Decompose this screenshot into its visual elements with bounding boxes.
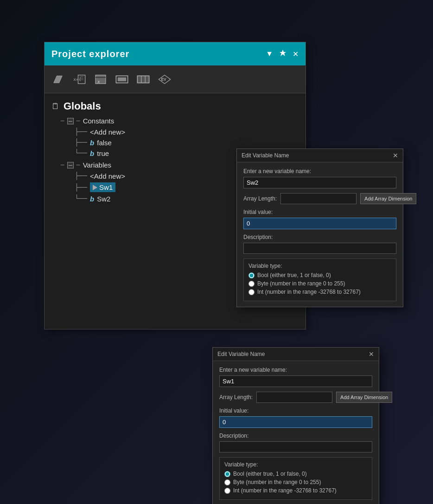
dialog-top: Edit Variable Name ✕ Enter a new variabl… bbox=[236, 149, 403, 307]
dialog-top-vartype-label: Variable type: bbox=[248, 263, 391, 269]
dialog-bottom-var-label: Enter a new variable name: bbox=[219, 367, 372, 373]
constants-collapse-btn[interactable]: ─ bbox=[67, 118, 74, 124]
dialog-top-radio-byte[interactable]: Byte (number in the range 0 to 255) bbox=[248, 280, 391, 287]
constants-false-item[interactable]: ├── b false bbox=[75, 138, 299, 147]
variables-dash: ─ bbox=[76, 162, 80, 168]
dialog-top-title: Edit Variable Name bbox=[242, 152, 289, 159]
dialog-bottom-close[interactable]: ✕ bbox=[369, 350, 374, 358]
dialog-bottom-initial-input[interactable] bbox=[219, 416, 372, 428]
dialog-bottom-array-row: Array Length: Add Array Dimension bbox=[219, 392, 372, 403]
svg-marker-0 bbox=[54, 76, 63, 83]
dialog-bottom: Edit Variable Name ✕ Enter a new variabl… bbox=[212, 347, 379, 504]
dialog-top-body: Enter a new variable name: Array Length:… bbox=[237, 162, 403, 307]
dialog-bottom-radio-byte-input[interactable] bbox=[224, 479, 230, 485]
project-explorer-title: Project explorer bbox=[51, 49, 129, 59]
dialog-top-radio-int-input[interactable] bbox=[248, 289, 255, 295]
constants-item[interactable]: ─ ─ ─ Constants bbox=[61, 117, 299, 125]
dialog-bottom-var-input[interactable] bbox=[219, 375, 372, 387]
svg-text:x: x bbox=[97, 78, 100, 84]
false-label: false bbox=[97, 139, 112, 147]
dialog-bottom-titlebar: Edit Variable Name ✕ bbox=[213, 348, 379, 361]
sw1-label: Sw1 bbox=[99, 183, 113, 191]
dialog-top-radio-int-label: Int (number in the range -32768 to 32767… bbox=[257, 289, 361, 295]
constants-minus: ─ bbox=[61, 117, 64, 124]
dialog-bottom-body: Enter a new variable name: Array Length:… bbox=[213, 361, 379, 504]
toolbar-icon-rect1[interactable] bbox=[113, 71, 131, 88]
toolbar-icon-parallelogram[interactable] bbox=[49, 71, 67, 88]
dialog-top-radio-byte-input[interactable] bbox=[248, 281, 255, 287]
titlebar-icons: ▼ ✕ bbox=[266, 49, 299, 59]
dialog-bottom-radio-byte-label: Byte (number in the range 0 to 255) bbox=[233, 479, 321, 485]
dialog-bottom-array-input[interactable] bbox=[256, 392, 332, 403]
constants-add-new[interactable]: ├── <Add new> bbox=[75, 128, 299, 136]
sw1-arrow bbox=[93, 185, 97, 190]
dialog-top-array-input[interactable] bbox=[280, 193, 357, 204]
dialog-bottom-radio-bool-label: Bool (either true, 1 or false, 0) bbox=[233, 471, 307, 477]
dialog-top-radio-byte-label: Byte (number in the range 0 to 255) bbox=[257, 280, 345, 287]
dialog-top-radio-bool-input[interactable] bbox=[248, 272, 255, 278]
dialog-top-array-row: Array Length: Add Array Dimension bbox=[243, 193, 396, 204]
globals-label: Globals bbox=[64, 100, 101, 112]
dialog-bottom-radio-bool[interactable]: Bool (either true, 1 or false, 0) bbox=[224, 471, 367, 477]
svg-rect-6 bbox=[96, 75, 106, 84]
dialog-top-radio-int[interactable]: Int (number in the range -32768 to 32767… bbox=[248, 289, 391, 295]
var-add-new-connector: ├── bbox=[75, 172, 87, 180]
sw2-label: Sw2 bbox=[97, 195, 110, 203]
dialog-top-add-array-btn[interactable]: Add Array Dimension bbox=[360, 193, 416, 204]
dialog-bottom-desc-label: Description: bbox=[219, 433, 372, 439]
dialog-top-initial-label: Initial value: bbox=[243, 209, 396, 215]
svg-text:x={: x={ bbox=[73, 76, 81, 81]
dialog-bottom-title: Edit Variable Name bbox=[217, 351, 265, 357]
variables-minus-left: ─ bbox=[61, 162, 64, 168]
dialog-bottom-radio-byte[interactable]: Byte (number in the range 0 to 255) bbox=[224, 479, 367, 485]
true-label: true bbox=[97, 149, 109, 157]
false-connector: ├── bbox=[75, 138, 87, 147]
dialog-bottom-array-label: Array Length: bbox=[219, 394, 253, 401]
dialog-bottom-add-array-btn[interactable]: Add Array Dimension bbox=[336, 392, 392, 403]
true-type-badge: b bbox=[90, 149, 94, 157]
pe-toolbar: x={ x bbox=[45, 65, 306, 93]
dialog-bottom-desc-input[interactable] bbox=[219, 441, 372, 452]
globals-icon: 🗒 bbox=[51, 102, 60, 111]
sw1-connector: ├── bbox=[75, 183, 87, 192]
toolbar-icon-variable[interactable]: x={ bbox=[70, 71, 88, 88]
svg-text:EV: EV bbox=[161, 77, 166, 82]
dialog-top-initial-input[interactable] bbox=[243, 218, 396, 229]
dialog-top-var-input[interactable] bbox=[243, 177, 396, 188]
pin-icon[interactable] bbox=[279, 49, 287, 59]
dialog-top-vartype-section: Variable type: Bool (either true, 1 or f… bbox=[243, 258, 396, 301]
close-icon[interactable]: ✕ bbox=[293, 50, 299, 58]
toolbar-icon-rect2[interactable] bbox=[134, 71, 152, 88]
dialog-top-desc-label: Description: bbox=[243, 234, 396, 240]
dialog-bottom-radio-int-label: Int (number in the range -32768 to 32767… bbox=[233, 487, 337, 494]
toolbar-icon-ev[interactable]: EV bbox=[156, 71, 173, 88]
constants-dash: ─ bbox=[76, 117, 80, 124]
tree-root-globals: 🗒 Globals bbox=[51, 100, 299, 112]
variables-label: Variables bbox=[83, 161, 111, 169]
svg-rect-11 bbox=[137, 76, 149, 83]
dialog-top-desc-input[interactable] bbox=[243, 243, 396, 254]
dialog-bottom-radio-bool-input[interactable] bbox=[224, 471, 230, 477]
sw2-type-badge: b bbox=[90, 195, 94, 203]
true-connector: └── bbox=[75, 149, 87, 157]
sw1-selected[interactable]: Sw1 bbox=[90, 182, 115, 192]
dialog-top-radio-bool[interactable]: Bool (either true, 1 or false, 0) bbox=[248, 272, 391, 278]
dialog-top-radio-bool-label: Bool (either true, 1 or false, 0) bbox=[257, 272, 331, 278]
toolbar-icon-x-bar[interactable]: x bbox=[92, 71, 109, 88]
dropdown-icon[interactable]: ▼ bbox=[266, 50, 273, 58]
false-type-badge: b bbox=[90, 139, 94, 147]
variables-collapse-btn[interactable]: ─ bbox=[67, 162, 74, 168]
dialog-bottom-initial-label: Initial value: bbox=[219, 407, 372, 414]
constants-label: Constants bbox=[83, 117, 115, 125]
dialog-top-titlebar: Edit Variable Name ✕ bbox=[237, 149, 403, 162]
dialog-bottom-vartype-section: Variable type: Bool (either true, 1 or f… bbox=[219, 457, 372, 500]
dialog-top-close[interactable]: ✕ bbox=[393, 152, 398, 159]
dialog-top-array-label: Array Length: bbox=[243, 195, 277, 202]
dialog-bottom-radio-int[interactable]: Int (number in the range -32768 to 32767… bbox=[224, 487, 367, 494]
dialog-bottom-radio-int-input[interactable] bbox=[224, 488, 230, 494]
add-new-connector: ├── bbox=[75, 128, 87, 136]
constants-add-new-label: <Add new> bbox=[90, 128, 125, 136]
svg-rect-10 bbox=[118, 77, 127, 81]
project-explorer-titlebar: Project explorer ▼ ✕ bbox=[45, 42, 306, 65]
sw2-connector: └── bbox=[75, 194, 87, 203]
